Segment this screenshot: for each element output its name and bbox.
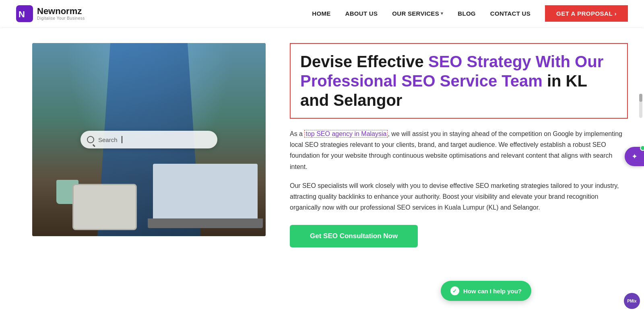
nav-home[interactable]: HOME — [312, 10, 330, 17]
get-consultation-button[interactable]: Get SEO Consultation Now — [290, 225, 418, 247]
body-paragraph-2: Our SEO specialists will work closely wi… — [290, 180, 628, 213]
nav-services-label: OUR SERVICES — [392, 10, 439, 17]
scroll-thumb — [639, 94, 642, 102]
whatsapp-icon: ✓ — [450, 286, 459, 295]
svg-text:N: N — [19, 9, 25, 19]
laptop-base — [148, 218, 263, 228]
search-icon — [87, 136, 94, 143]
hero-text-area: Devise Effective SEO Strategy With Our P… — [290, 39, 628, 247]
search-bar-overlay[interactable]: Search — [80, 131, 217, 148]
floating-widget[interactable]: ✦ — [625, 147, 644, 166]
logo-tagline: Digitalise Your Business — [37, 16, 85, 21]
chevron-down-icon: ▾ — [441, 11, 443, 16]
hero-image-container: Search — [32, 43, 266, 236]
navbar: N Newnormz Digitalise Your Business HOME… — [0, 0, 644, 27]
pmix-text: PMix — [627, 299, 636, 303]
get-proposal-button[interactable]: GET A PROPOSAL › — [545, 5, 628, 22]
seo-agency-link[interactable]: top SEO agency in Malaysia — [304, 130, 388, 138]
search-text: Search — [98, 136, 118, 143]
heading-part1: Devise Effective — [300, 53, 428, 70]
logo[interactable]: N Newnormz Digitalise Your Business — [16, 5, 85, 22]
heading-box: Devise Effective SEO Strategy With Our P… — [290, 43, 628, 119]
nav-about[interactable]: ABOUT US — [345, 10, 378, 17]
nav-links: HOME ABOUT US OUR SERVICES ▾ BLOG CONTAC… — [312, 5, 628, 22]
scroll-indicator[interactable] — [639, 94, 642, 118]
widget-badge — [640, 145, 644, 151]
tablet-decoration — [72, 184, 137, 230]
body1-prefix: As a — [290, 130, 304, 137]
nav-contact[interactable]: CONTACT US — [490, 10, 530, 17]
main-content: Search Devise Effective SEO Strategy Wit… — [0, 27, 644, 264]
hero-image: Search — [32, 43, 266, 236]
laptop-decoration — [153, 164, 258, 228]
whatsapp-label: How can I help you? — [463, 288, 522, 294]
whatsapp-button[interactable]: ✓ How can I help you? — [441, 281, 531, 301]
widget-icon: ✦ — [632, 152, 638, 161]
logo-icon: N — [16, 5, 33, 22]
pmix-badge[interactable]: PMix — [624, 293, 640, 309]
nav-services[interactable]: OUR SERVICES ▾ — [392, 10, 443, 17]
search-cursor — [122, 136, 122, 143]
nav-blog[interactable]: BLOG — [458, 10, 476, 17]
laptop-screen — [153, 164, 258, 218]
body-paragraph-1: As a top SEO agency in Malaysia, we will… — [290, 128, 628, 172]
main-heading: Devise Effective SEO Strategy With Our P… — [300, 52, 617, 110]
logo-name: Newnormz — [37, 6, 85, 16]
